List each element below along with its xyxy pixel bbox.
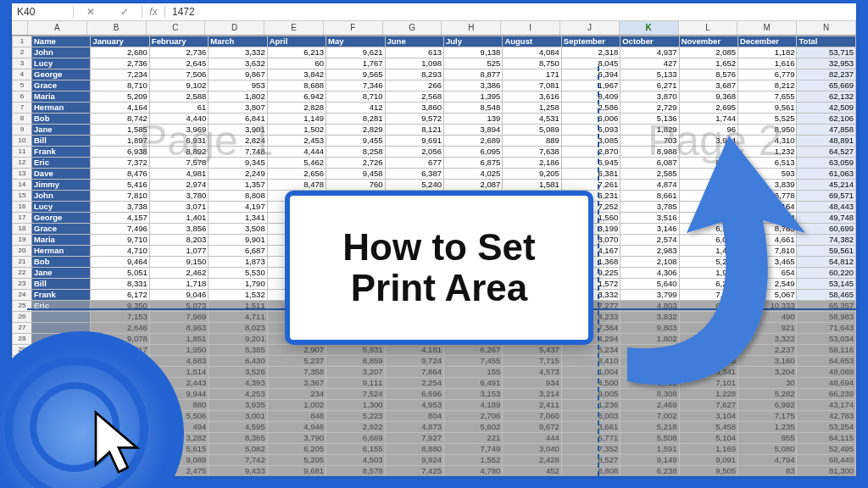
cell[interactable]: 3,964 [679, 136, 737, 147]
cell[interactable]: 2,108 [620, 257, 679, 268]
cell[interactable]: 1,802 [209, 92, 267, 103]
row-name[interactable]: John [32, 47, 91, 58]
cell[interactable]: 4,181 [385, 345, 443, 356]
cell[interactable]: 6,271 [620, 80, 679, 92]
column-header[interactable]: October [620, 36, 679, 47]
cell[interactable]: 3,516 [620, 213, 679, 224]
cell[interactable]: 5,640 [620, 279, 679, 290]
cell[interactable]: 8,527 [561, 455, 620, 466]
cell[interactable]: 2,689 [443, 136, 502, 147]
cell[interactable]: 9,867 [209, 69, 267, 80]
cell[interactable]: 7,864 [385, 367, 443, 378]
cell[interactable]: 9,205 [503, 169, 561, 180]
cell[interactable]: 6,387 [385, 169, 443, 180]
cell[interactable]: 5,771 [561, 433, 620, 444]
cell[interactable]: 1,616 [738, 58, 797, 69]
cell[interactable]: 7,506 [149, 69, 208, 80]
cell[interactable]: 1,300 [326, 400, 385, 411]
cell[interactable]: 60,220 [797, 268, 856, 279]
cell[interactable]: 7,358 [267, 367, 326, 378]
column-header[interactable]: July [443, 36, 502, 47]
cell[interactable]: 5,133 [620, 69, 679, 80]
cell[interactable]: 6,779 [738, 69, 797, 80]
cell[interactable]: 3,207 [326, 367, 385, 378]
cell[interactable]: 4,711 [209, 312, 267, 323]
cell[interactable]: 1,511 [209, 301, 267, 312]
cell[interactable]: 9,455 [326, 136, 385, 147]
cell[interactable]: 58,116 [797, 345, 856, 356]
cell[interactable]: 613 [385, 47, 443, 58]
row-name[interactable]: Frank [32, 147, 91, 158]
row-name[interactable]: Jane [32, 125, 91, 136]
col-header[interactable]: D [205, 21, 264, 35]
cell[interactable]: 6,095 [443, 147, 502, 158]
cell[interactable]: 6,687 [209, 246, 267, 257]
cell[interactable]: 6,394 [561, 69, 620, 80]
cell[interactable]: 65,357 [797, 301, 856, 312]
cell[interactable]: 2,656 [267, 169, 326, 180]
row-name[interactable]: Herman [32, 246, 91, 257]
cell[interactable]: 8,950 [738, 125, 797, 136]
cell[interactable]: 9,091 [679, 455, 737, 466]
fx-icon[interactable]: fx [142, 6, 165, 18]
cell[interactable]: 1,164 [738, 202, 797, 213]
cell[interactable]: 8,578 [326, 466, 385, 477]
cell[interactable]: 3,935 [209, 400, 267, 411]
cell[interactable]: 1,485 [679, 191, 737, 202]
cell[interactable]: 7,425 [385, 466, 443, 477]
cancel-icon[interactable]: ✕ [86, 6, 95, 18]
column-header[interactable]: May [326, 36, 385, 47]
cell[interactable]: 53,254 [797, 422, 856, 433]
cell[interactable]: 5,282 [738, 389, 797, 400]
cell[interactable]: 5,089 [503, 125, 561, 136]
cell[interactable]: 42,783 [797, 411, 856, 422]
cell[interactable]: 5,282 [679, 257, 737, 268]
row-name[interactable]: Eric [32, 301, 91, 312]
cell[interactable]: 3,085 [561, 136, 620, 147]
cell[interactable]: 7,638 [503, 147, 561, 158]
cell[interactable]: 3,870 [620, 92, 679, 103]
cell[interactable]: 7,002 [620, 411, 679, 422]
cell[interactable]: 4,197 [209, 202, 267, 213]
cell[interactable]: 2,907 [267, 345, 326, 356]
row-number[interactable]: 22 [13, 268, 32, 279]
cell[interactable]: 45,214 [797, 180, 856, 191]
cell[interactable]: 2,574 [620, 235, 679, 246]
cell[interactable]: 7,969 [149, 312, 208, 323]
cell[interactable]: 2,588 [149, 92, 208, 103]
cell[interactable]: 6,003 [561, 411, 620, 422]
cell[interactable]: 1,591 [620, 444, 679, 455]
cell[interactable]: 6,172 [91, 290, 149, 301]
row-number[interactable]: 20 [13, 246, 32, 257]
cell[interactable]: 6,201 [679, 279, 737, 290]
cell[interactable]: 74,382 [797, 235, 856, 246]
row-name[interactable]: Eric [32, 158, 91, 169]
column-header[interactable]: September [561, 36, 620, 47]
cell[interactable]: 47,858 [797, 125, 856, 136]
cell[interactable]: 2,645 [149, 58, 208, 69]
cell[interactable]: 58,465 [797, 290, 856, 301]
cell[interactable]: 5,080 [738, 444, 797, 455]
row-number[interactable]: 4 [13, 69, 32, 80]
cell[interactable]: 2,706 [443, 411, 502, 422]
cell[interactable]: 8,808 [209, 191, 267, 202]
cell[interactable]: 2,318 [561, 47, 620, 58]
cell[interactable]: 7,175 [738, 411, 797, 422]
cell[interactable]: 9,505 [679, 466, 737, 477]
cell[interactable]: 291 [679, 312, 737, 323]
cell[interactable]: 2,056 [385, 147, 443, 158]
cell[interactable]: 4,780 [443, 466, 502, 477]
cell[interactable]: 6,513 [738, 158, 797, 169]
cell[interactable]: 42,509 [797, 103, 856, 114]
cell[interactable]: 30 [738, 378, 797, 389]
cell[interactable]: 10,333 [738, 301, 797, 312]
col-header[interactable]: L [679, 21, 738, 35]
cell[interactable]: 921 [738, 323, 797, 334]
cell[interactable]: 1,809 [679, 213, 737, 224]
cell[interactable]: 4,873 [385, 422, 443, 433]
cell[interactable]: 4,776 [679, 334, 737, 345]
cell[interactable]: 221 [443, 433, 502, 444]
cell[interactable]: 1,829 [620, 125, 679, 136]
cell[interactable]: 3,104 [679, 411, 737, 422]
cell[interactable]: 6,942 [267, 92, 326, 103]
